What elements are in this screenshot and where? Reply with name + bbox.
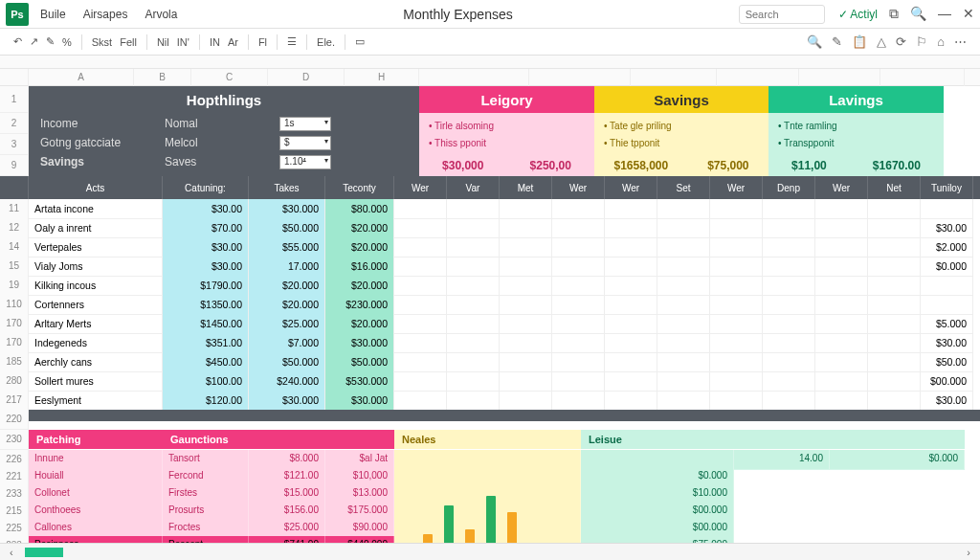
scroll-right-icon[interactable]: › xyxy=(967,547,970,558)
table-row[interactable]: 217Eeslyment $120.00$30.000$30.000$30.00 xyxy=(0,391,980,410)
search-input[interactable] xyxy=(739,5,825,24)
undo-icon[interactable]: ↶ xyxy=(13,35,22,48)
tool-button[interactable]: Nil xyxy=(157,36,169,48)
list-icon[interactable]: ☰ xyxy=(287,35,297,48)
table-row[interactable]: 11Artata incone $30.00$30.000$80.000 xyxy=(0,199,980,218)
months-header: ActsCatuning:TakesTeconty WerVarMetWerWe… xyxy=(0,176,980,199)
note-icon[interactable]: ✎ xyxy=(832,34,842,49)
tool-button[interactable]: Ar xyxy=(228,36,238,48)
tool-button[interactable]: IN xyxy=(210,36,220,48)
minimize-icon[interactable]: — xyxy=(938,6,951,22)
copy-icon[interactable]: ⧉ xyxy=(889,6,899,22)
tool-button[interactable]: IN' xyxy=(177,36,189,48)
summary-block-title: Lavings xyxy=(768,86,944,113)
table-row[interactable]: 12Oaly a inrent $70.00$50.000$20.000$30.… xyxy=(0,218,980,237)
search-icon[interactable]: 🔍 xyxy=(910,6,926,22)
menu-item[interactable]: Airsapes xyxy=(83,8,128,21)
table-row[interactable]: 110Cortenners $1350.00$20.000$230.000 xyxy=(0,295,980,314)
tool-button[interactable]: Fell xyxy=(120,36,137,48)
zoom-icon[interactable]: 🔍 xyxy=(807,34,822,49)
table-row[interactable]: 185Aerchly cans $450.00$50.000$50.000$50… xyxy=(0,352,980,371)
table-row[interactable]: 280Sollert mures $100.00$240.000$530.000… xyxy=(0,371,980,391)
document-title: Monthly Expenses xyxy=(177,7,738,22)
column-headers[interactable]: ABCDH xyxy=(0,69,980,86)
tool-button[interactable]: ▭ xyxy=(355,35,365,48)
sheet-tab[interactable] xyxy=(25,548,63,557)
dropdown[interactable]: 1.10⁴ xyxy=(279,155,331,169)
apply-button[interactable]: ✓ Actiyl xyxy=(838,8,878,21)
dropdown[interactable]: $ xyxy=(279,136,331,150)
table-row[interactable]: 170Arltary Merts $1450.00$25.000$20.000$… xyxy=(0,314,980,333)
clipboard-icon[interactable]: 📋 xyxy=(852,34,867,49)
section-header: Patching xyxy=(29,430,163,449)
summary-block-title: Leigory xyxy=(419,86,594,113)
formula-bar[interactable] xyxy=(0,56,980,69)
tool-dropdown[interactable]: Ele. xyxy=(317,36,335,48)
app-logo: Ps xyxy=(6,3,29,26)
sheet-tab-bar[interactable]: ‹ › xyxy=(0,543,980,560)
table-row[interactable]: 19Kilking incous $1790.00$20.000$20.000 xyxy=(0,276,980,295)
toolbar: ↶ ↗ ✎ % Skst Fell Nil IN' IN Ar Fl ☰ Ele… xyxy=(0,29,980,56)
menu-item[interactable]: Buile xyxy=(40,8,66,21)
refresh-icon[interactable]: ⟳ xyxy=(896,34,906,49)
menu-item[interactable]: Arvola xyxy=(145,8,177,21)
scroll-left-icon[interactable]: ‹ xyxy=(10,547,13,558)
close-icon[interactable]: ✕ xyxy=(963,6,974,22)
tool-button[interactable]: Fl xyxy=(258,36,267,48)
table-row[interactable]: 15Vialy Joms $30.0017.000$16.000$0.000 xyxy=(0,257,980,276)
redo-icon[interactable]: ↗ xyxy=(30,35,38,48)
dropdown[interactable]: 1s xyxy=(279,117,331,131)
tool-button[interactable]: Skst xyxy=(92,36,112,48)
shape-icon[interactable]: △ xyxy=(877,34,886,49)
table-row[interactable]: 226 Innune Tansort $8.000 $al Jat 🔒 $00$… xyxy=(0,450,980,467)
home-icon[interactable]: ⌂ xyxy=(937,34,945,49)
spreadsheet-grid[interactable]: 1 2 3 9 Hopthlings IncomeNomal1s Gotng g… xyxy=(0,86,980,543)
more-icon[interactable]: ⋯ xyxy=(954,34,967,49)
percent-icon[interactable]: % xyxy=(62,36,72,48)
label: Income xyxy=(40,117,165,134)
edit-icon[interactable]: ✎ xyxy=(46,35,55,48)
table-row[interactable]: 14Vertepales $30.00$55.000$20.000$2.000 xyxy=(0,237,980,257)
flag-icon[interactable]: ⚐ xyxy=(916,34,927,49)
summary-block-title: Savings xyxy=(594,86,768,113)
table-row[interactable]: 170Indegeneds $351.00$7.000$30.000$30.00 xyxy=(0,333,980,352)
section-title: Hopthlings xyxy=(29,86,419,113)
